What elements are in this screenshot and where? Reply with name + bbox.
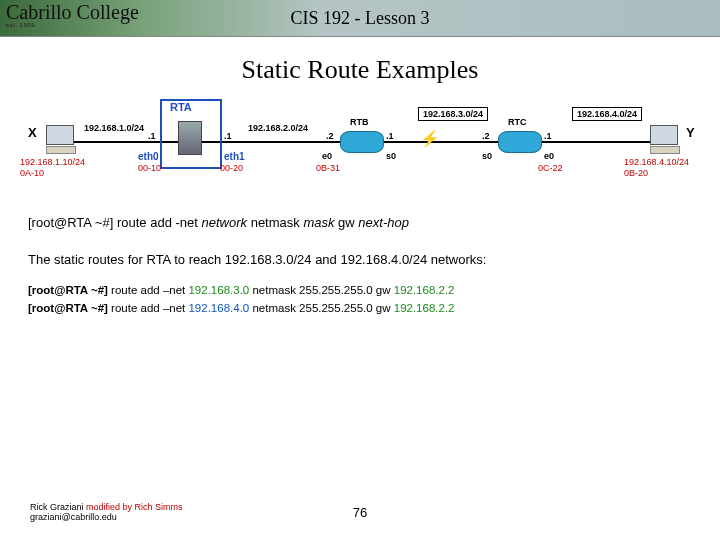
label-x: X — [28, 125, 37, 141]
rtc-e0: e0 — [544, 151, 554, 162]
hosty-ip: 192.168.4.10/24 — [624, 157, 689, 168]
network-diagram: X 192.168.1.10/24 0A-10 192.168.1.0/24 R… — [20, 95, 700, 195]
rta-e0-ip: .1 — [148, 131, 156, 142]
rta-label: RTA — [170, 101, 192, 113]
rtb-s0-ip: .1 — [386, 131, 394, 142]
college-name: Cabrillo College — [6, 1, 139, 23]
cmd-prompt: [root@RTA ~#] — [28, 284, 111, 296]
rtc-e0-mac: 0C-22 — [538, 163, 563, 174]
cmd-mid: netmask 255.255.255.0 gw — [249, 284, 394, 296]
command-block: [root@RTA ~#] route add –net 192.168.3.0… — [28, 281, 692, 318]
page-number: 76 — [353, 505, 367, 520]
cmd-gw: 192.168.2.2 — [394, 284, 455, 296]
host-x — [46, 125, 76, 153]
rtc-e0-ip: .1 — [544, 131, 552, 142]
syntax-mask: mask — [303, 215, 334, 230]
host-y — [650, 125, 680, 153]
rtb-label: RTB — [350, 117, 369, 128]
syntax-network: network — [202, 215, 248, 230]
author-email: graziani@cabrillo.edu — [30, 512, 117, 522]
syntax-gw: next-hop — [358, 215, 409, 230]
rtb-e0-mac: 0B-31 — [316, 163, 340, 174]
command-line: [root@RTA ~#] route add –net 192.168.3.0… — [28, 281, 692, 299]
rta-router-icon — [178, 121, 202, 155]
page-title: Static Route Examples — [0, 55, 720, 85]
net3: 192.168.3.0/24 — [418, 107, 488, 121]
modified-by: modified by Rich Simms — [86, 502, 183, 512]
cmd-gw: 192.168.2.2 — [394, 302, 455, 314]
footer: Rick Graziani modified by Rich Simms gra… — [30, 502, 183, 522]
command-line: [root@RTA ~#] route add –net 192.168.4.0… — [28, 299, 692, 317]
rtc-router-icon — [498, 131, 542, 153]
lesson-title: CIS 192 - Lesson 3 — [291, 8, 430, 29]
net2: 192.168.2.0/24 — [248, 123, 308, 134]
cmd-pre: route add –net — [111, 284, 188, 296]
syntax-kw-gw: gw — [334, 215, 358, 230]
syntax-kw-mask: netmask — [247, 215, 303, 230]
cmd-net: 192.168.4.0 — [188, 302, 249, 314]
college-logo: Cabrillo College est. 1959 — [6, 2, 139, 28]
label-y: Y — [686, 125, 695, 141]
rtc-s0: s0 — [482, 151, 492, 162]
rta-e1-mac: 00-20 — [220, 163, 243, 174]
net1: 192.168.1.0/24 — [84, 123, 144, 134]
cmd-pre: route add –net — [111, 302, 188, 314]
cmd-prompt: [root@RTA ~#] — [28, 302, 111, 314]
cmd-mid: netmask 255.255.255.0 gw — [249, 302, 394, 314]
route-syntax: [root@RTA ~#] route add -net network net… — [28, 215, 692, 230]
syntax-cmd: route add -net — [117, 215, 202, 230]
author: Rick Graziani — [30, 502, 86, 512]
hostx-ip: 192.168.1.10/24 — [20, 157, 85, 168]
serial-link-icon: ⚡ — [420, 129, 440, 148]
rtb-e0: e0 — [322, 151, 332, 162]
eth0-label: eth0 — [138, 151, 159, 162]
syntax-prompt: [root@RTA ~#] — [28, 215, 117, 230]
rtb-e0-ip: .2 — [326, 131, 334, 142]
rta-e1-ip: .1 — [224, 131, 232, 142]
rta-e0-mac: 00-10 — [138, 163, 161, 174]
rtc-s0-ip: .2 — [482, 131, 490, 142]
net4: 192.168.4.0/24 — [572, 107, 642, 121]
rtc-label: RTC — [508, 117, 527, 128]
explain-text: The static routes for RTA to reach 192.1… — [28, 252, 692, 267]
header-bar: Cabrillo College est. 1959 CIS 192 - Les… — [0, 0, 720, 37]
eth1-label: eth1 — [224, 151, 245, 162]
rtb-s0: s0 — [386, 151, 396, 162]
cmd-net: 192.168.3.0 — [188, 284, 249, 296]
hostx-mac: 0A-10 — [20, 168, 44, 179]
rtb-router-icon — [340, 131, 384, 153]
content-area: [root@RTA ~#] route add -net network net… — [0, 195, 720, 318]
hosty-mac: 0B-20 — [624, 168, 648, 179]
